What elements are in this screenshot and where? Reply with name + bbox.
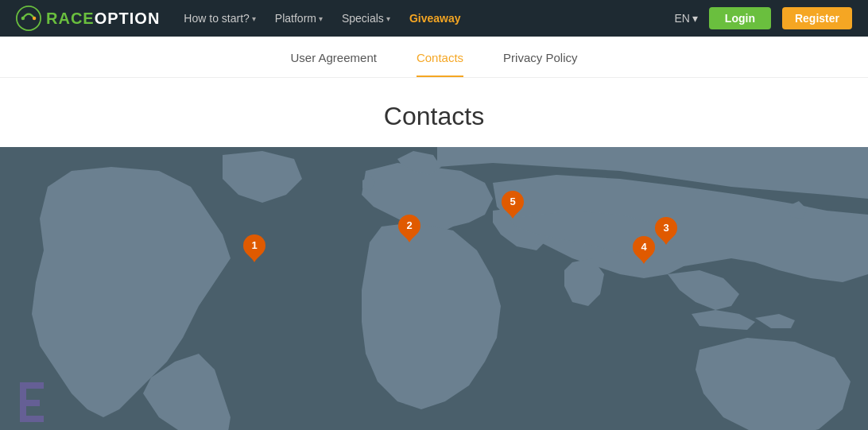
svg-rect-5 bbox=[20, 382, 44, 389]
nav-right: EN ▾ Login Register bbox=[674, 7, 852, 29]
logo-text: RACEOPTION bbox=[46, 10, 160, 28]
world-map-svg bbox=[0, 147, 868, 430]
nav-giveaway[interactable]: Giveaway bbox=[409, 12, 461, 25]
language-selector[interactable]: EN ▾ bbox=[674, 12, 697, 25]
sub-nav-contacts[interactable]: Contacts bbox=[417, 51, 463, 77]
page-title-section: Contacts bbox=[0, 78, 868, 147]
map-section: 1 2 5 3 4 bbox=[0, 147, 868, 430]
svg-point-2 bbox=[33, 17, 36, 20]
navbar: RACEOPTION How to start? ▾ Platform ▾ Sp… bbox=[0, 0, 868, 37]
map-pin-2[interactable]: 2 bbox=[398, 215, 420, 242]
sub-nav-user-agreement[interactable]: User Agreement bbox=[291, 51, 377, 77]
map-pin-3[interactable]: 3 bbox=[655, 217, 677, 244]
svg-rect-7 bbox=[20, 416, 44, 422]
login-button[interactable]: Login bbox=[709, 7, 771, 29]
chevron-down-icon: ▾ bbox=[692, 12, 698, 25]
bottom-logo bbox=[16, 374, 79, 430]
chevron-down-icon: ▾ bbox=[252, 14, 256, 23]
svg-rect-6 bbox=[20, 400, 40, 406]
logo-icon bbox=[16, 6, 41, 31]
map-pin-5[interactable]: 5 bbox=[502, 191, 524, 218]
nav-platform[interactable]: Platform ▾ bbox=[275, 12, 323, 25]
register-button[interactable]: Register bbox=[782, 7, 852, 29]
chevron-down-icon: ▾ bbox=[319, 14, 323, 23]
sub-nav: User Agreement Contacts Privacy Policy bbox=[0, 37, 868, 78]
sub-nav-privacy-policy[interactable]: Privacy Policy bbox=[503, 51, 577, 77]
nav-links: How to start? ▾ Platform ▾ Specials ▾ Gi… bbox=[184, 12, 650, 25]
nav-specials[interactable]: Specials ▾ bbox=[342, 12, 390, 25]
nav-how-to-start[interactable]: How to start? ▾ bbox=[184, 12, 255, 25]
chevron-down-icon: ▾ bbox=[386, 14, 390, 23]
logo[interactable]: RACEOPTION bbox=[16, 6, 160, 31]
map-pin-1[interactable]: 1 bbox=[243, 234, 265, 261]
svg-point-1 bbox=[21, 17, 25, 20]
svg-point-0 bbox=[17, 6, 41, 30]
map-pin-4[interactable]: 4 bbox=[633, 236, 655, 263]
page-title: Contacts bbox=[0, 102, 868, 131]
